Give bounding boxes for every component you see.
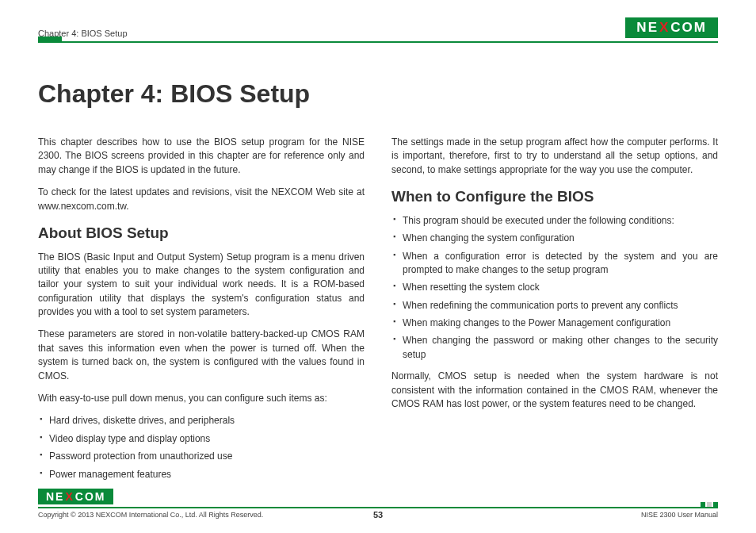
logo-part-x: X [659,20,670,36]
logo-part-left: NE [46,490,64,503]
intro-paragraph-2: To check for the latest updates and revi… [38,186,365,213]
list-item: When resetting the system clock [391,281,718,294]
list-item: When redefining the communication ports … [391,299,718,313]
closing-paragraph: Normally, CMOS setup is needed when the … [391,370,718,411]
list-item: When changing the system configuration [391,232,718,245]
when-items-list: This program should be executed under th… [391,214,718,362]
list-item: Power management features [38,468,365,481]
about-paragraph-1: The BIOS (Basic Input and Output System)… [38,251,365,320]
right-column: The settings made in the setup program a… [391,136,718,489]
document-name: NISE 2300 User Manual [641,511,718,519]
header-tab-accent [38,36,62,43]
nexcom-logo: NEXCOM [625,17,718,38]
copyright-text: Copyright © 2013 NEXCOM International Co… [38,511,263,519]
about-paragraph-2: These parameters are stored in non-volat… [38,328,365,383]
page-footer: NEXCOM Copyright © 2013 NEXCOM Internati… [38,507,718,519]
list-item: When making changes to the Power Managem… [391,316,718,330]
logo-part-left: NE [636,20,659,36]
logo-part-x: X [65,490,74,503]
about-heading: About BIOS Setup [38,222,365,244]
list-item: Hard drives, diskette drives, and periph… [38,414,365,428]
page-header: Chapter 4: BIOS Setup NEXCOM [38,17,718,43]
page-number: 53 [373,510,383,520]
list-item: Password protection from unauthorized us… [38,450,365,463]
content-columns: This chapter describes how to use the BI… [38,136,718,489]
intro-paragraph-1: This chapter describes how to use the BI… [38,136,365,177]
logo-part-right: COM [670,20,707,36]
footer-nexcom-logo: NEXCOM [38,489,113,504]
list-item: This program should be executed under th… [391,214,718,228]
list-item: Video display type and display options [38,432,365,446]
logo-part-right: COM [75,490,106,503]
right-intro-paragraph: The settings made in the setup program a… [391,136,718,177]
list-item: When changing the password or making oth… [391,334,718,362]
list-item: When a configuration error is detected b… [391,250,718,278]
footer-accent-marks [701,502,718,507]
left-column: This chapter describes how to use the BI… [38,136,365,489]
when-heading: When to Configure the BIOS [391,186,718,208]
about-paragraph-3: With easy-to-use pull down menus, you ca… [38,392,365,405]
about-items-list: Hard drives, diskette drives, and periph… [38,414,365,481]
chapter-title: Chapter 4: BIOS Setup [38,79,718,109]
